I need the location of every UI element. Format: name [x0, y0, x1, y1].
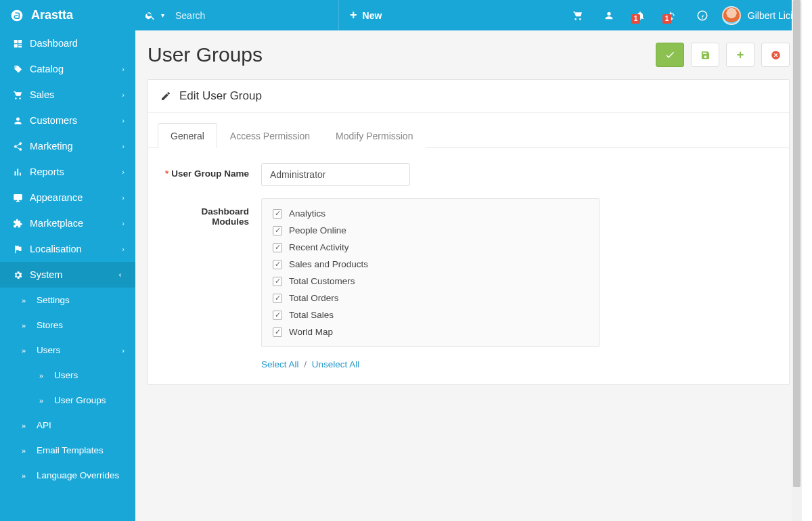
sidebar: Arastta DashboardCatalog›Sales›Customers…: [0, 0, 135, 521]
double-chevron-icon: »: [22, 472, 32, 480]
sync-button[interactable]: 1: [656, 10, 687, 21]
checkbox[interactable]: [273, 311, 282, 320]
sidebar-subitem-api[interactable]: »API: [0, 413, 135, 438]
sidebar-subitem-email-templates[interactable]: »Email Templates: [0, 438, 135, 463]
search-filter-caret-icon[interactable]: ▾: [161, 12, 164, 19]
module-row-world-map: World Map: [273, 327, 588, 337]
sidebar-subsubitem-users[interactable]: »Users: [0, 363, 135, 388]
module-row-recent-activity: Recent Activity: [273, 242, 588, 252]
chevron-right-icon: ›: [122, 65, 125, 73]
form-general: *User Group Name Dashboard Modules Analy…: [148, 148, 789, 384]
double-chevron-icon: »: [39, 371, 50, 380]
row-name: *User Group Name: [163, 163, 774, 186]
double-chevron-icon: »: [39, 397, 50, 405]
puzzle-icon: [11, 219, 24, 229]
save-as-button[interactable]: [691, 43, 719, 67]
sidebar-item-marketplace[interactable]: Marketplace›: [0, 210, 135, 236]
brand[interactable]: Arastta: [0, 0, 135, 30]
cancel-button[interactable]: [761, 43, 790, 67]
sidebar-item-marketing[interactable]: Marketing›: [0, 133, 135, 159]
sidebar-item-label: Marketplace: [30, 218, 83, 229]
module-label: Recent Activity: [289, 242, 349, 252]
dashboard-icon: [11, 39, 24, 49]
user-name: Gilbert Lici: [748, 10, 792, 21]
row-modules: Dashboard Modules AnalyticsPeople Online…: [163, 198, 774, 347]
cart-icon-button[interactable]: [562, 10, 593, 21]
avatar: [722, 6, 741, 25]
checkbox[interactable]: [273, 327, 282, 337]
checkbox[interactable]: [273, 226, 282, 235]
sidebar-subsubitem-label: User Groups: [54, 395, 106, 405]
plus-icon: +: [350, 8, 357, 22]
sidebar-subsubitem-label: Users: [54, 370, 78, 380]
sidebar-item-sales[interactable]: Sales›: [0, 82, 135, 108]
checkbox[interactable]: [273, 260, 282, 269]
chevron-right-icon: ›: [122, 194, 125, 202]
sidebar-subitem-stores[interactable]: »Stores: [0, 313, 135, 338]
sidebar-item-system[interactable]: System⌄: [0, 262, 135, 288]
module-row-total-sales: Total Sales: [273, 310, 588, 320]
module-label: World Map: [289, 327, 333, 337]
sidebar-subsubitem-user-groups[interactable]: »User Groups: [0, 388, 135, 413]
search-icon: [145, 10, 156, 21]
search-input[interactable]: [175, 10, 297, 21]
new-button[interactable]: + New: [338, 0, 392, 30]
tab-modify-permission[interactable]: Modify Permission: [323, 123, 426, 148]
module-row-sales-and-products: Sales and Products: [273, 259, 588, 269]
sidebar-item-label: Customers: [30, 115, 77, 126]
chevron-right-icon: ›: [122, 219, 125, 227]
panel-header: Edit User Group: [148, 80, 789, 113]
new-label: New: [363, 10, 382, 21]
sidebar-subitem-users[interactable]: »Users›: [0, 338, 135, 363]
add-button[interactable]: +: [726, 43, 754, 67]
sidebar-item-dashboard[interactable]: Dashboard: [0, 30, 135, 56]
sidebar-subitem-settings[interactable]: »Settings: [0, 288, 135, 313]
scrollbar-thumb[interactable]: [793, 0, 800, 487]
help-button[interactable]: [687, 9, 718, 22]
sidebar-item-localisation[interactable]: Localisation›: [0, 236, 135, 262]
chevron-right-icon: ›: [122, 91, 125, 99]
floppy-icon: [700, 50, 710, 60]
module-row-people-online: People Online: [273, 225, 588, 235]
sidebar-item-catalog[interactable]: Catalog›: [0, 56, 135, 82]
sidebar-item-label: Localisation: [30, 244, 82, 254]
input-user-group-name[interactable]: [261, 163, 410, 186]
sidebar-item-appearance[interactable]: Appearance›: [0, 185, 135, 210]
notifications-button[interactable]: 1: [625, 10, 656, 21]
sidebar-subitem-label: Settings: [37, 295, 70, 305]
tab-general[interactable]: General: [158, 123, 217, 148]
search[interactable]: ▾: [135, 0, 338, 30]
page-actions: +: [656, 43, 790, 67]
checkbox[interactable]: [273, 209, 282, 219]
bars-icon: [11, 167, 24, 177]
sidebar-item-customers[interactable]: Customers›: [0, 108, 135, 133]
checkbox[interactable]: [273, 294, 282, 303]
unselect-all-link[interactable]: Unselect All: [312, 359, 360, 369]
close-circle-icon: [771, 50, 781, 60]
cog-icon: [11, 270, 24, 280]
user-icon: [11, 116, 24, 126]
module-label: Sales and Products: [289, 259, 368, 269]
tabs: GeneralAccess PermissionModify Permissio…: [148, 113, 789, 148]
save-button[interactable]: [656, 43, 684, 67]
sidebar-item-label: Sales: [30, 89, 54, 100]
checkbox[interactable]: [273, 277, 282, 286]
cart-icon: [11, 90, 24, 100]
tag-icon: [11, 64, 24, 74]
double-chevron-icon: »: [22, 296, 32, 304]
module-row-analytics: Analytics: [273, 208, 588, 219]
panel: Edit User Group GeneralAccess Permission…: [148, 79, 790, 385]
checkbox[interactable]: [273, 243, 282, 252]
pencil-icon: [160, 91, 171, 101]
sidebar-subitem-language-overrides[interactable]: »Language Overrides: [0, 463, 135, 488]
user-menu[interactable]: Gilbert Lici: [718, 6, 802, 25]
double-chevron-icon: »: [22, 346, 32, 355]
user-icon-button[interactable]: [593, 10, 625, 21]
select-all-link[interactable]: Select All: [261, 359, 299, 369]
check-icon: [664, 49, 675, 60]
page-scrollbar[interactable]: [792, 0, 802, 521]
tab-access-permission[interactable]: Access Permission: [217, 123, 323, 148]
plus-icon: +: [737, 48, 744, 62]
module-row-total-customers: Total Customers: [273, 276, 588, 286]
sidebar-item-reports[interactable]: Reports›: [0, 159, 135, 185]
